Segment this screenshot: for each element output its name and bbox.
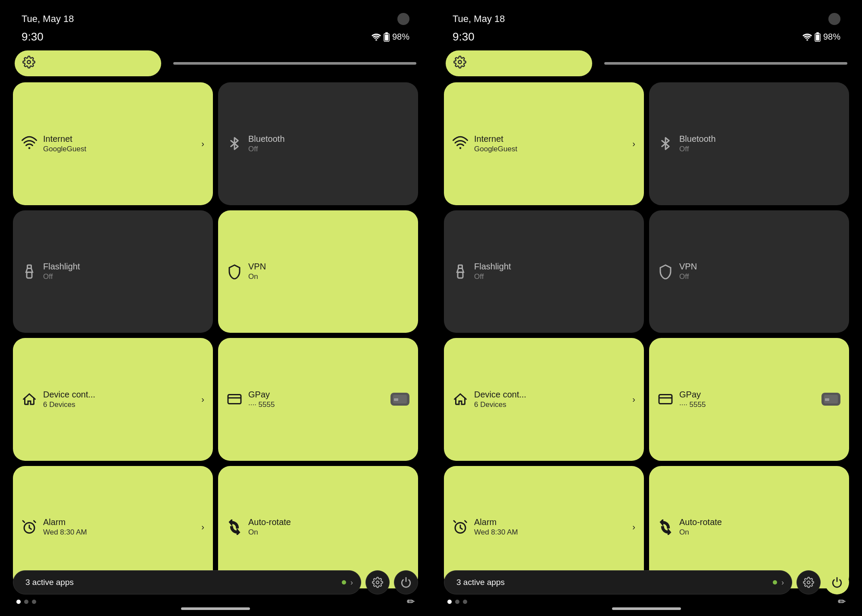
tile-bluetooth[interactable]: Bluetooth Off [649, 82, 849, 205]
tile-text: Internet GoogleGuest [43, 134, 86, 153]
svg-point-33 [807, 581, 810, 584]
tile-title: Alarm [43, 517, 87, 527]
status-icons: 98% [803, 32, 840, 42]
tile-title: Device cont... [474, 390, 526, 400]
tile-flashlight[interactable]: Flashlight Off [444, 210, 644, 333]
svg-rect-2 [385, 34, 388, 41]
svg-point-0 [375, 39, 377, 41]
tile-text: Alarm Wed 8:30 AM [474, 517, 518, 537]
status-bar: Tue, May 18 [444, 9, 849, 25]
status-time: 9:30 [453, 30, 475, 44]
settings-button[interactable] [796, 570, 821, 594]
tile-text: GPay ···· 5555 [679, 390, 706, 409]
tile-device[interactable]: Device cont... 6 Devices › [444, 338, 644, 461]
tile-subtitle: Off [679, 145, 716, 153]
tile-gpay[interactable]: GPay ···· 5555 [649, 338, 849, 461]
page-dot-1[interactable] [24, 600, 28, 604]
rotate-icon [227, 519, 242, 535]
page-dot-2[interactable] [463, 600, 467, 604]
active-apps-chevron: › [350, 578, 353, 587]
home-bar [612, 607, 681, 610]
tile-text: Flashlight Off [43, 262, 80, 281]
page-dot-0[interactable] [16, 600, 21, 604]
home-bar [181, 607, 250, 610]
tile-subtitle: 6 Devices [43, 400, 95, 409]
tile-text: Flashlight Off [474, 262, 511, 281]
svg-rect-24 [458, 272, 463, 278]
status-bar-time: 9:30 98% [13, 28, 418, 50]
edit-icon[interactable]: ✏ [838, 596, 846, 607]
tile-title: Alarm [474, 517, 518, 527]
camera-indicator [828, 13, 840, 25]
svg-rect-3 [385, 32, 388, 34]
alarm-icon [453, 519, 468, 535]
page-dot-1[interactable] [455, 600, 459, 604]
battery-icon [815, 32, 821, 42]
tile-text: Bluetooth Off [248, 134, 285, 153]
active-dot [773, 580, 777, 585]
brightness-pill[interactable] [15, 50, 161, 76]
svg-point-5 [28, 147, 31, 150]
status-time: 9:30 [22, 30, 44, 44]
tile-subtitle: ···· 5555 [679, 400, 706, 409]
tile-chevron: › [201, 139, 204, 149]
tile-internet[interactable]: Internet GoogleGuest › [444, 82, 644, 205]
brightness-slider[interactable] [173, 62, 416, 65]
tile-subtitle: On [248, 272, 266, 281]
tile-text: Bluetooth Off [679, 134, 716, 153]
tile-vpn[interactable]: VPN Off [649, 210, 849, 333]
card-icon [227, 391, 242, 407]
brightness-slider[interactable] [604, 62, 847, 65]
tile-title: Auto-rotate [679, 517, 722, 527]
tile-text: VPN Off [679, 262, 697, 281]
tile-bluetooth[interactable]: Bluetooth Off [218, 82, 418, 205]
tile-subtitle: 6 Devices [474, 400, 526, 409]
tile-gpay[interactable]: GPay ···· 5555 [218, 338, 418, 461]
page-dots [447, 600, 467, 604]
tile-title: Bluetooth [248, 134, 285, 144]
active-apps-pill[interactable]: 3 active apps › [444, 570, 792, 594]
tile-chevron: › [632, 522, 635, 532]
wifi-icon [453, 136, 468, 151]
tile-device[interactable]: Device cont... 6 Devices › [13, 338, 213, 461]
bt-icon [658, 136, 673, 151]
tile-text: VPN On [248, 262, 266, 281]
tile-chevron: › [201, 394, 204, 404]
power-button[interactable] [394, 570, 418, 594]
tile-text: Device cont... 6 Devices [43, 390, 95, 409]
page-dot-0[interactable] [447, 600, 452, 604]
tile-text: Device cont... 6 Devices [474, 390, 526, 409]
tile-flashlight[interactable]: Flashlight Off [13, 210, 213, 333]
wifi-status-icon [803, 34, 812, 41]
tile-text: Internet GoogleGuest [474, 134, 517, 153]
tile-chevron: › [201, 522, 204, 532]
tile-title: Flashlight [474, 262, 511, 272]
bottom-bar: 3 active apps › [13, 570, 418, 594]
status-date: Tue, May 18 [453, 13, 505, 25]
svg-point-17 [806, 39, 808, 41]
power-button[interactable] [825, 570, 849, 594]
tile-vpn[interactable]: VPN On [218, 210, 418, 333]
tile-title: GPay [248, 390, 275, 400]
vpn-icon [658, 264, 673, 279]
tile-title: VPN [248, 262, 266, 272]
edit-icon[interactable]: ✏ [407, 596, 415, 607]
tile-title: VPN [679, 262, 697, 272]
status-bar-time: 9:30 98% [444, 28, 849, 50]
page-dot-2[interactable] [32, 600, 36, 604]
home-icon [22, 391, 37, 407]
tile-internet[interactable]: Internet GoogleGuest › [13, 82, 213, 205]
main-container: Tue, May 18 9:30 98% [0, 0, 862, 616]
active-apps-pill[interactable]: 3 active apps › [13, 570, 361, 594]
page-dots [16, 600, 36, 604]
status-bar: Tue, May 18 [13, 9, 418, 25]
vpn-icon [227, 264, 242, 279]
svg-point-4 [27, 60, 31, 64]
brightness-pill[interactable] [446, 50, 592, 76]
tile-subtitle: Off [474, 272, 511, 281]
svg-rect-11 [394, 398, 398, 401]
wifi-status-icon [372, 34, 381, 41]
settings-button[interactable] [365, 570, 390, 594]
tile-subtitle: GoogleGuest [474, 145, 517, 153]
svg-point-21 [458, 60, 462, 64]
